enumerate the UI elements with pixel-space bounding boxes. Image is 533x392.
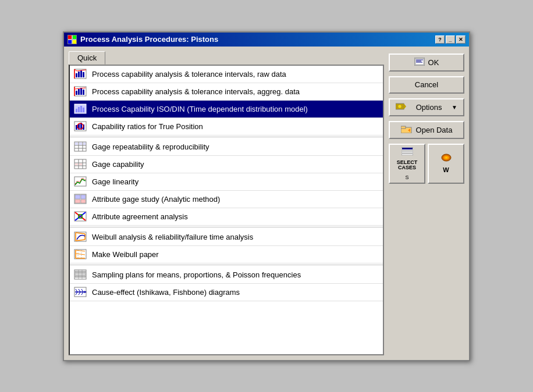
svg-rect-38 [83,142,86,145]
title-bar: Process Analysis Procedures: Pistons ? _… [64,33,469,47]
options-label: Options [416,103,442,112]
open-data-icon [401,125,413,135]
item-text-4: Capability ratios for True Position [92,122,203,131]
w-icon [441,154,452,163]
svg-rect-36 [75,142,78,145]
list-item[interactable]: Attribute gage study (Analytic method) [70,191,383,208]
list-item[interactable]: Process Capability ISO/DIN (Time depende… [70,101,383,118]
list-item[interactable]: Process capability analysis & tolerance … [70,66,383,83]
weibull-1-icon [73,231,87,243]
bar-chart-3-icon [73,103,87,115]
dialog-body: Quick [64,47,469,360]
right-panel: OK Cancel Options ▼ [389,51,464,355]
separator-3 [70,265,383,265]
svg-rect-21 [78,107,80,112]
title-bar-left: Process Analysis Procedures: Pistons [67,35,218,44]
item-text-12: Sampling plans for means, proportions, &… [92,270,301,279]
ok-label: OK [428,58,439,67]
item-text-1: Process capability analysis & tolerance … [92,70,286,79]
ok-icon [414,58,425,67]
list-item[interactable]: Cause-effect (Ishikawa, Fishbone) diagra… [70,284,383,301]
svg-rect-71 [75,276,86,277]
list-item[interactable]: Weibull analysis & reliability/failure t… [70,229,383,246]
bottom-button-row: SELECTCASES S W [389,144,464,184]
svg-rect-50 [75,199,80,203]
select-cases-button[interactable]: SELECTCASES S [389,144,425,184]
table-chart-icon [73,193,87,205]
svg-rect-96 [402,150,413,152]
item-text-10: Weibull analysis & reliability/failure t… [92,233,253,241]
item-text-13: Cause-effect (Ishikawa, Fishbone) diagra… [92,288,240,297]
svg-rect-95 [402,148,413,149]
svg-rect-70 [75,273,86,275]
close-button[interactable]: ✕ [456,35,466,44]
sampling-icon [73,269,87,280]
options-icon [396,102,406,112]
title-controls: ? _ ✕ [435,35,466,44]
svg-rect-48 [75,195,80,199]
svg-rect-2 [68,40,72,44]
open-data-label: Open Data [416,126,453,134]
left-panel: Quick [69,51,384,355]
item-text-8: Attribute gage study (Analytic method) [92,195,220,204]
tab-bar: Quick [69,51,384,65]
svg-point-90 [398,105,401,108]
item-text-5: Gage repeatability & reproducibility [92,142,209,151]
list-item[interactable]: Gage capability [70,156,383,173]
app-icon [67,35,77,44]
grid-1-icon [73,141,87,152]
svg-rect-97 [402,152,413,154]
weibull-2-icon [73,248,87,260]
cancel-label: Cancel [415,80,438,89]
w-button[interactable]: W [428,144,464,184]
svg-rect-0 [68,35,72,39]
list-item[interactable]: Gage linearity [70,173,383,191]
svg-rect-45 [79,163,82,165]
separator-2 [70,227,383,227]
dropdown-arrow-icon: ▼ [452,104,457,111]
cancel-button[interactable]: Cancel [389,76,464,94]
svg-rect-1 [73,35,76,39]
cross-chart-icon [73,211,87,222]
bar-chart-4-icon [73,120,87,132]
bar-chart-2-icon [73,85,87,97]
svg-marker-89 [404,104,406,109]
list-item[interactable]: Capability ratios for True Position [70,118,383,136]
select-cases-s-label: S [405,174,408,180]
ok-button[interactable]: OK [389,54,464,72]
title-text: Process Analysis Procedures: Pistons [80,35,218,44]
svg-rect-37 [79,142,82,145]
minimize-button[interactable]: _ [446,35,455,44]
svg-rect-69 [75,271,86,273]
svg-rect-7 [80,70,82,77]
svg-rect-3 [73,40,76,44]
select-cases-text: SELECTCASES [397,160,418,172]
svg-rect-14 [78,89,80,95]
tab-quick[interactable]: Quick [69,51,105,65]
list-item[interactable]: Attribute agreement analysis [70,208,383,226]
bar-chart-1-icon [73,68,87,80]
help-button[interactable]: ? [435,35,445,44]
grid-2-icon [73,158,87,170]
list-item[interactable]: Sampling plans for means, proportions, &… [70,266,383,284]
select-cases-icon [401,147,413,156]
line-chart-icon [73,176,87,187]
item-text-9: Attribute agreement analysis [92,212,188,221]
svg-rect-44 [75,163,78,165]
open-data-button[interactable]: Open Data [389,121,464,139]
svg-rect-22 [80,106,82,112]
main-dialog: Process Analysis Procedures: Pistons ? _… [63,31,470,361]
list-item[interactable]: Gage repeatability & reproducibility [70,138,383,156]
options-button[interactable]: Options ▼ [389,98,464,116]
svg-rect-5 [76,73,77,77]
list-item[interactable]: Process capability analysis & tolerance … [70,83,383,101]
svg-rect-51 [81,199,86,203]
svg-point-100 [445,157,447,159]
svg-rect-8 [83,72,84,77]
item-text-6: Gage capability [92,160,144,169]
svg-rect-13 [76,91,77,95]
list-item[interactable]: Make Weibull paper [70,246,383,263]
svg-rect-6 [78,72,80,77]
svg-rect-23 [83,108,84,112]
procedure-list[interactable]: Process capability analysis & tolerance … [69,65,384,355]
